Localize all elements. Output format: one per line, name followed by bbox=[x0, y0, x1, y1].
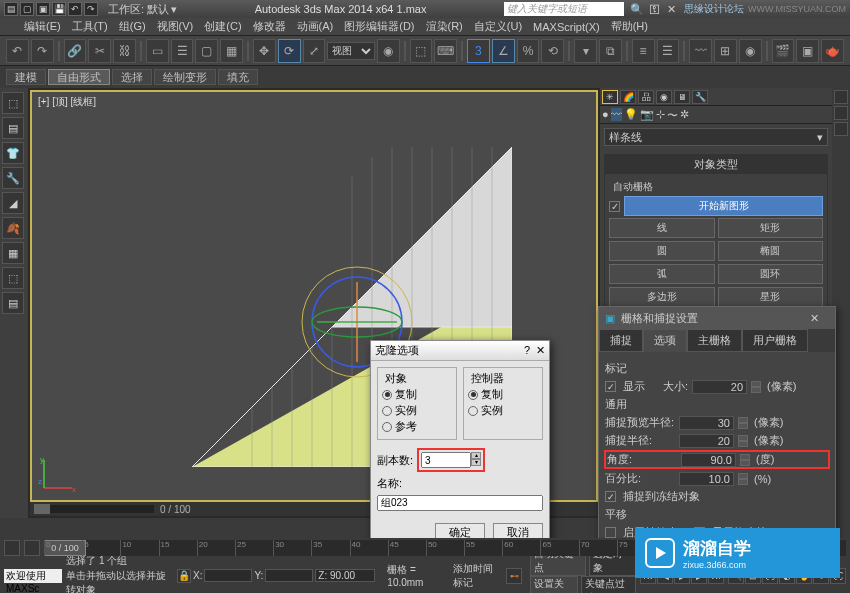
btn-rectangle[interactable]: 矩形 bbox=[718, 218, 824, 238]
percent-spinner[interactable] bbox=[738, 473, 748, 485]
copies-spinner[interactable]: ▴▾ bbox=[471, 452, 481, 468]
spinner-snap-button[interactable]: ⟲ bbox=[541, 39, 564, 63]
window-crossing-button[interactable]: ▦ bbox=[220, 39, 243, 63]
spacewarps-icon[interactable]: 〜 bbox=[667, 108, 678, 121]
close-icon[interactable]: ✕ bbox=[536, 344, 545, 357]
select-object-button[interactable]: ▭ bbox=[146, 39, 169, 63]
left-tool-4[interactable]: 🔧 bbox=[2, 167, 24, 189]
forum-link[interactable]: 思缘设计论坛 bbox=[684, 2, 744, 16]
search-icon[interactable]: 🔍 bbox=[630, 2, 644, 16]
align-button[interactable]: ≡ bbox=[632, 39, 655, 63]
angle-spinner[interactable] bbox=[740, 454, 750, 466]
modify-tab-icon[interactable]: 🌈 bbox=[620, 90, 636, 104]
axis-check[interactable] bbox=[605, 527, 616, 538]
scale-button[interactable]: ⤢ bbox=[303, 39, 326, 63]
undo-button[interactable]: ↶ bbox=[6, 39, 29, 63]
show-check[interactable] bbox=[605, 381, 616, 392]
tab-paintdeform[interactable]: 绘制变形 bbox=[154, 69, 216, 85]
radio-ctrl-copy[interactable]: 复制 bbox=[468, 387, 538, 402]
hierarchy-tab-icon[interactable]: 品 bbox=[638, 90, 654, 104]
size-value[interactable]: 20 bbox=[692, 380, 747, 394]
close-icon[interactable]: ✕ bbox=[799, 312, 829, 325]
tab-modeling[interactable]: 建模 bbox=[6, 69, 46, 85]
layers-button[interactable]: ☰ bbox=[657, 39, 680, 63]
btn-ngon[interactable]: 多边形 bbox=[609, 287, 715, 307]
create-tab-icon[interactable]: ✳ bbox=[602, 90, 618, 104]
setkey-button[interactable]: 设置关键点 bbox=[530, 576, 578, 594]
time-slider-thumb[interactable] bbox=[34, 504, 50, 514]
left-tool-3[interactable]: 👕 bbox=[2, 142, 24, 164]
dialog-titlebar[interactable]: 克隆选项 ?✕ bbox=[371, 341, 549, 361]
percent-snap-button[interactable]: % bbox=[517, 39, 540, 63]
keyboard-shortcut-button[interactable]: ⌨ bbox=[434, 39, 457, 63]
key-filter-button[interactable]: 关键点过滤器 bbox=[581, 576, 636, 594]
geometry-icon[interactable]: ● bbox=[602, 108, 609, 121]
name-input[interactable] bbox=[377, 495, 543, 511]
menu-customize[interactable]: 自定义(U) bbox=[470, 17, 526, 36]
radio-reference[interactable]: 参考 bbox=[382, 419, 452, 434]
angle-value[interactable]: 90.0 bbox=[681, 453, 736, 467]
menu-rendering[interactable]: 渲染(R) bbox=[422, 17, 467, 36]
left-tool-1[interactable]: ⬚ bbox=[2, 92, 24, 114]
unlink-button[interactable]: ✂ bbox=[88, 39, 111, 63]
angle-snap-button[interactable]: ∠ bbox=[492, 39, 515, 63]
menu-maxscript[interactable]: MAXScript(X) bbox=[529, 19, 604, 35]
link-button[interactable]: 🔗 bbox=[64, 39, 87, 63]
radio-instance[interactable]: 实例 bbox=[382, 403, 452, 418]
side-icon-1[interactable] bbox=[834, 90, 848, 104]
radius-spinner[interactable] bbox=[738, 435, 748, 447]
btn-line[interactable]: 线 bbox=[609, 218, 715, 238]
size-spinner[interactable] bbox=[751, 381, 761, 393]
lock-icon[interactable]: 🔒 bbox=[177, 569, 191, 583]
side-icon-2[interactable] bbox=[834, 106, 848, 120]
menu-grapheditors[interactable]: 图形编辑器(D) bbox=[340, 17, 418, 36]
render-button[interactable]: 🫖 bbox=[821, 39, 844, 63]
freeze-check[interactable] bbox=[605, 491, 616, 502]
systems-icon[interactable]: ✲ bbox=[680, 108, 689, 121]
schematic-button[interactable]: ⊞ bbox=[714, 39, 737, 63]
copies-input[interactable] bbox=[421, 452, 471, 468]
rollout-title[interactable]: 对象类型 bbox=[605, 155, 827, 174]
startnew-button[interactable]: 开始新图形 bbox=[624, 196, 823, 216]
tab-usergrids[interactable]: 用户栅格 bbox=[742, 329, 808, 352]
app-menu-icon[interactable]: ▤ bbox=[4, 2, 18, 16]
select-name-button[interactable]: ☰ bbox=[171, 39, 194, 63]
radio-ctrl-instance[interactable]: 实例 bbox=[468, 403, 538, 418]
left-tool-5[interactable]: ◢ bbox=[2, 192, 24, 214]
exchange-icon[interactable]: ✕ bbox=[664, 2, 678, 16]
motion-tab-icon[interactable]: ◉ bbox=[656, 90, 672, 104]
workspace-selector[interactable]: 工作区: 默认 ▾ bbox=[108, 2, 177, 17]
track-btn-1[interactable] bbox=[4, 540, 20, 556]
add-time-tag[interactable]: 添加时间标记 bbox=[453, 562, 502, 590]
rotate-button[interactable]: ⟳ bbox=[278, 39, 301, 63]
btn-arc[interactable]: 弧 bbox=[609, 264, 715, 284]
tab-populate[interactable]: 填充 bbox=[218, 69, 258, 85]
help-search-input[interactable]: 键入关键字或短语 bbox=[504, 2, 624, 16]
redo-button[interactable]: ↷ bbox=[31, 39, 54, 63]
percent-value[interactable]: 10.0 bbox=[679, 472, 734, 486]
side-icon-3[interactable] bbox=[834, 122, 848, 136]
redo-icon[interactable]: ↷ bbox=[84, 2, 98, 16]
menu-create[interactable]: 创建(C) bbox=[200, 17, 245, 36]
maxscript-listener[interactable]: 欢迎使用 MAXSc bbox=[4, 569, 62, 583]
select-manip-button[interactable]: ⬚ bbox=[410, 39, 433, 63]
tab-freeform[interactable]: 自由形式 bbox=[48, 69, 110, 85]
material-button[interactable]: ◉ bbox=[739, 39, 762, 63]
open-icon[interactable]: ▣ bbox=[36, 2, 50, 16]
left-tool-7[interactable]: ▦ bbox=[2, 242, 24, 264]
tab-homegrid[interactable]: 主栅格 bbox=[687, 329, 742, 352]
preview-radius-value[interactable]: 30 bbox=[679, 416, 734, 430]
menu-edit[interactable]: 编辑(E) bbox=[20, 17, 65, 36]
display-tab-icon[interactable]: 🖥 bbox=[674, 90, 690, 104]
left-tool-9[interactable]: ▤ bbox=[2, 292, 24, 314]
key-icon[interactable]: ⊷ bbox=[506, 568, 522, 584]
mirror-button[interactable]: ⧉ bbox=[599, 39, 622, 63]
helpers-icon[interactable]: ⊹ bbox=[656, 108, 665, 121]
render-setup-button[interactable]: 🎬 bbox=[772, 39, 795, 63]
y-input[interactable] bbox=[265, 569, 313, 582]
snap-radius-value[interactable]: 20 bbox=[679, 434, 734, 448]
track-btn-2[interactable] bbox=[24, 540, 40, 556]
left-tool-6[interactable]: 🍂 bbox=[2, 217, 24, 239]
startnew-check[interactable]: ✓ bbox=[609, 201, 620, 212]
pivot-button[interactable]: ◉ bbox=[377, 39, 400, 63]
